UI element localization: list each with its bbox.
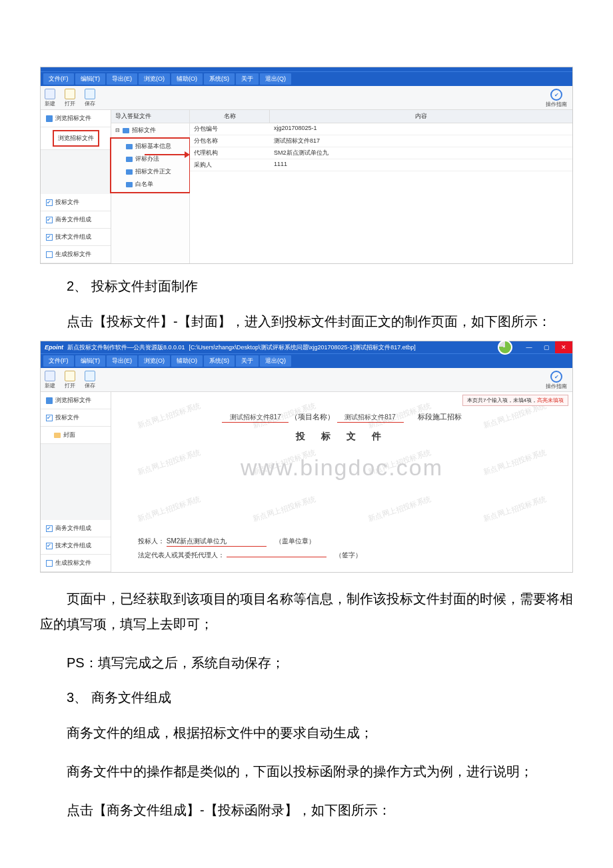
help-guide-button[interactable]: ✔ 操作指南 [546,371,567,390]
cpu-gauge-icon [498,340,512,355]
new-label: 新建 [45,382,55,389]
menu-export[interactable]: 导出(E) [107,355,137,367]
side-nav: 浏览招标文件 浏览招标文件 投标文件 商务文件组成 技术文件组成 生成投标文件 [41,110,111,263]
nav-technical[interactable]: 技术文件组成 [41,537,111,555]
tree-children-highlight: 招标基本信息 评标办法 招标文件正文 白名单 [110,137,191,193]
close-button[interactable]: ✕ [555,341,572,353]
legal-rep-label: 法定代表人或其委托代理人： [138,551,225,559]
highlight-unfilled-link[interactable]: 高亮未填项 [537,397,564,403]
screenshot-browse-bid: 文件(F) 编辑(T) 导出(E) 浏览(O) 辅助(O) 系统(S) 关于 退… [40,67,573,264]
menu-edit[interactable]: 编辑(T) [75,355,106,367]
nav-browse-bid[interactable]: 浏览招标文件 [41,110,111,127]
nav-cover[interactable]: 封面 [41,427,111,444]
import-qa-button[interactable]: 导入答疑文件 [111,110,189,123]
nav-browse-bid-sub[interactable]: 浏览招标文件 [41,127,111,150]
bidder-input[interactable]: SM2新点测试单位九 [167,537,267,547]
nav-label: 生成投标文件 [55,250,91,259]
app-brand: Epoint [45,344,63,351]
tree-node-body[interactable]: 招标文件正文 [113,165,188,178]
section-3-title: 3、 商务文件组成 [0,682,613,713]
menu-file[interactable]: 文件(F) [43,73,74,85]
check-icon [46,415,53,421]
nav-commercial[interactable]: 商务文件组成 [41,211,111,229]
save-icon [85,371,95,381]
menu-system[interactable]: 系统(S) [204,73,235,85]
nav-bid-file[interactable]: 投标文件 [41,409,111,427]
new-button[interactable]: 新建 [45,371,55,389]
menu-assist[interactable]: 辅助(O) [171,73,203,85]
nav-commercial[interactable]: 商务文件组成 [41,520,111,537]
open-button[interactable]: 打开 [65,89,75,107]
folder-icon [123,128,129,133]
section-2-title: 2、 投标文件封面制作 [0,271,613,302]
help-guide-button[interactable]: ✔ 操作指南 [546,89,567,108]
legal-rep-input[interactable] [227,557,326,557]
section-3-p1: 商务文件的组成，根据招标文件中的要求自动生成； [0,713,613,752]
menu-export[interactable]: 导出(E) [107,73,137,85]
menu-exit[interactable]: 退出(Q) [260,73,291,85]
nav-label: 浏览招标文件 [55,396,91,405]
tip-text: 本页共7个输入项，未填4项， [467,397,537,403]
check-icon [46,234,53,241]
check-icon [46,525,53,532]
doc-icon [46,397,53,404]
menu-exit[interactable]: 退出(Q) [260,355,291,367]
tree-root[interactable]: ⊟招标文件 [111,123,189,137]
nav-label: 浏览招标文件 [55,114,91,123]
menu-browse[interactable]: 浏览(O) [139,73,170,85]
check-icon [46,560,53,567]
nav-technical[interactable]: 技术文件组成 [41,229,111,246]
nav-label: 技术文件组成 [55,233,91,241]
folder-icon [126,144,133,149]
remaining-fields-tip: 本页共7个输入项，未填4项，高亮未填项 [462,395,568,406]
section-suffix: 标段施工招标 [418,413,462,421]
open-icon [65,89,75,99]
menu-file[interactable]: 文件(F) [43,355,74,367]
nav-label: 封面 [63,431,75,439]
new-icon [45,371,55,381]
open-label: 打开 [65,382,75,389]
menu-browse[interactable]: 浏览(O) [139,355,170,367]
minimize-button[interactable]: ― [520,341,538,353]
titlebar: Epoint 新点投标文件制作软件—公共资源版8.0.0.01 [C:\User… [41,341,572,353]
project-name-input-1[interactable]: 测试招标文件817 [222,413,289,423]
menu-system[interactable]: 系统(S) [204,355,235,367]
table-row: 分包编号xjg201708025-1 [190,123,572,135]
menubar: 文件(F) 编辑(T) 导出(E) 浏览(O) 辅助(O) 系统(S) 关于 退… [41,71,572,86]
cell-val: 测试招标文件817 [270,135,572,147]
toolbar: 新建 打开 保存 ✔ 操作指南 [41,86,572,110]
nav-label: 商务文件组成 [55,524,91,533]
new-button[interactable]: 新建 [45,89,55,107]
project-label: （项目名称） [291,413,334,421]
after-2-p2: PS：填写完成之后，系统自动保存； [0,643,613,682]
menu-about[interactable]: 关于 [236,73,259,85]
help-label: 操作指南 [546,383,567,389]
nav-label: 投标文件 [55,413,79,422]
tree-panel: 导入答疑文件 ⊟招标文件 招标基本信息 评标办法 招标文件正文 白名单 [111,110,190,263]
menu-about[interactable]: 关于 [236,355,259,367]
maximize-button[interactable]: ▢ [538,341,555,353]
tree-node-whitelist[interactable]: 白名单 [113,178,188,191]
tree-node-basic[interactable]: 招标基本信息 [113,140,188,153]
nav-label: 技术文件组成 [55,541,91,550]
cell-val: SM2新点测试单位九 [270,147,572,159]
after-2-p1: 页面中，已经获取到该项目的项目名称等信息，制作该投标文件封面的时候，需要将相应的… [0,579,613,643]
nav-browse-bid[interactable]: 浏览招标文件 [41,392,111,409]
open-button[interactable]: 打开 [65,371,75,389]
table-row: 采购人1111 [190,159,572,171]
nav-bid-file[interactable]: 投标文件 [41,194,111,211]
annotation-arrow [145,154,185,155]
side-nav-2: 浏览招标文件 投标文件 封面 商务文件组成 技术文件组成 生成投标文件 [41,392,111,572]
open-label: 打开 [65,100,75,107]
window-buttons: ― ▢ ✕ [520,341,572,353]
save-button[interactable]: 保存 [85,89,95,107]
table-header: 名称 内容 [190,110,572,123]
nav-generate[interactable]: 生成投标文件 [41,555,111,572]
menu-assist[interactable]: 辅助(O) [171,355,203,367]
cell-val: 1111 [270,159,572,171]
tree-label: 白名单 [135,180,153,189]
nav-generate[interactable]: 生成投标文件 [41,246,111,263]
project-name-input-2[interactable]: 测试招标文件817 [337,413,404,423]
save-button[interactable]: 保存 [85,371,95,389]
menu-edit[interactable]: 编辑(T) [75,73,106,85]
